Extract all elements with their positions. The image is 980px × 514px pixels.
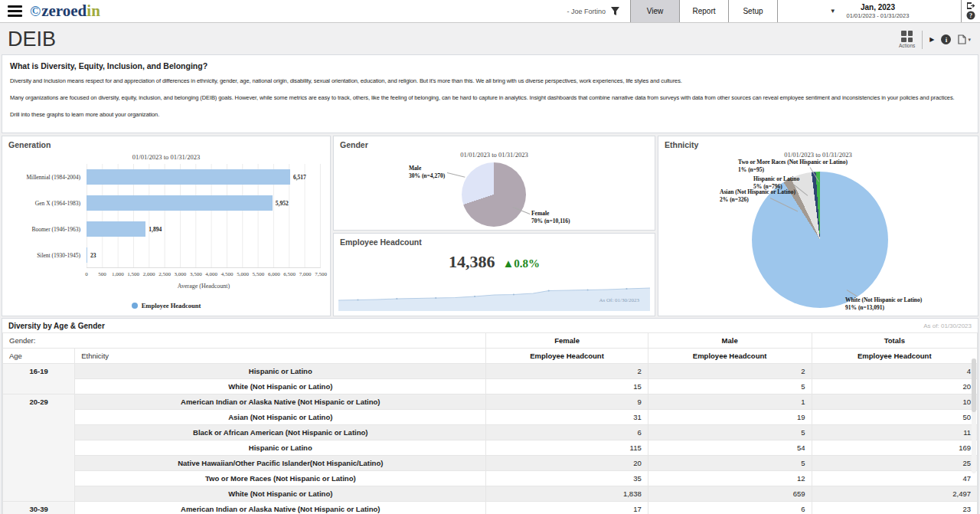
generation-category-labels: Millennial (1984-2004)Gen X (1964-1983)B… <box>7 164 85 268</box>
collapse-arrow-icon[interactable]: ▶ <box>929 36 934 43</box>
period-selector[interactable]: ▼ Jan, 2023 01/01/2023 - 01/31/2023 <box>778 0 962 22</box>
employee-headcount-card[interactable]: Employee Headcount 14,386▲0.8% As Of: 01… <box>333 233 655 316</box>
headcount-card-title: Employee Headcount <box>334 234 655 248</box>
generation-chart-card[interactable]: Generation 01/01/2023 to 01/31/2023 Mill… <box>2 136 331 316</box>
table-title: Diversity by Age & Gender <box>8 322 105 330</box>
ethnicity-column-header[interactable]: Ethnicity <box>75 349 486 364</box>
page-title: DEIB <box>8 28 56 51</box>
chevron-down-icon[interactable]: ▼ <box>830 8 836 15</box>
ethnicity-chart-title: Ethnicity <box>658 136 978 151</box>
table-row[interactable]: White (Not Hispanic or Latino)15520 <box>3 379 978 395</box>
axis-tick-label: 2,000 <box>143 271 155 277</box>
axis-tick-label: 1,500 <box>127 271 139 277</box>
table-row[interactable]: 16-19Hispanic or Latino224 <box>3 364 978 379</box>
ethnicity-cell: Two or More Races (Not Hispanic or Latin… <box>75 471 486 486</box>
user-name: - Joe Fortino <box>567 8 606 15</box>
zeroedin-logo[interactable]: ©zeroedin <box>30 3 100 19</box>
actions-button[interactable]: Actions <box>899 31 915 48</box>
diversity-table-body: 16-19Hispanic or Latino224White (Not His… <box>3 364 978 514</box>
menu-icon[interactable] <box>8 5 22 17</box>
nav-tabs: ViewReportSetup <box>631 0 778 22</box>
bar-row: 23 <box>87 242 321 268</box>
axis-tick-label: 3,000 <box>175 271 187 277</box>
female-headcount-header[interactable]: Employee Headcount <box>486 349 648 364</box>
table-row[interactable]: Two or More Races (Not Hispanic or Latin… <box>3 471 978 486</box>
gender-chart-title: Gender <box>334 136 655 151</box>
table-group-header-row: Gender: Female Male Totals <box>3 333 978 349</box>
table-row[interactable]: Native Hawaiian/Other Pacific Islander(N… <box>3 456 978 471</box>
tab-view[interactable]: View <box>630 0 680 22</box>
help-icon[interactable]: ? <box>966 11 975 20</box>
bar[interactable] <box>87 247 87 263</box>
intro-card: What is Diversity, Equity, Inclusion, an… <box>2 54 978 133</box>
headcount-as-of: As Of: 01/30/2023 <box>599 297 640 303</box>
diversity-table: Gender: Female Male Totals Age Ethnicity… <box>2 332 978 514</box>
intro-paragraph: Diversity and Inclusion means respect fo… <box>10 77 970 84</box>
logout-icon[interactable] <box>966 2 975 10</box>
gender-pie[interactable] <box>462 162 526 227</box>
female-headcount-cell: 9 <box>486 395 648 410</box>
axis-tick-label: 6,500 <box>283 271 296 277</box>
ethnicity-cell: Hispanic or Latino <box>75 440 486 456</box>
table-scrollbar-thumb[interactable] <box>972 358 976 412</box>
total-headcount-cell: 2,497 <box>812 486 977 502</box>
generation-chart-title: Generation <box>2 136 330 151</box>
generation-legend[interactable]: Employee Headcount <box>2 302 330 309</box>
table-row[interactable]: 20-29American Indian or Alaska Native (N… <box>3 395 978 410</box>
gender-chart-card[interactable]: Gender 01/01/2023 to 01/31/2023 Male 30%… <box>333 136 655 231</box>
female-headcount-cell: 35 <box>486 471 648 486</box>
axis-tick-label: 2,500 <box>158 271 171 277</box>
table-row[interactable]: White (Not Hispanic or Latino)1,8386592,… <box>3 486 978 502</box>
male-headcount-cell: 1 <box>648 395 812 410</box>
axis-tick-label: 5,000 <box>237 271 249 277</box>
gender-chart-subtitle: 01/01/2023 to 01/31/2023 <box>334 151 655 159</box>
female-headcount-cell: 115 <box>486 440 648 456</box>
female-headcount-cell: 2 <box>486 364 648 379</box>
ethnicity-cell: White (Not Hispanic or Latino) <box>75 379 486 395</box>
age-column-header[interactable]: Age <box>3 349 75 364</box>
table-row[interactable]: Hispanic or Latino11554169 <box>3 440 978 456</box>
legend-label: Employee Headcount <box>142 302 201 309</box>
age-group-cell: 16-19 <box>3 364 75 395</box>
svg-text:?: ? <box>969 12 972 19</box>
filter-icon[interactable] <box>610 6 620 16</box>
ethnicity-cell: Asian (Not Hispanic or Latino) <box>75 410 486 425</box>
bar-value-label: 5,952 <box>276 200 289 207</box>
total-headcount-cell: 47 <box>812 471 977 486</box>
column-group-female[interactable]: Female <box>486 333 648 349</box>
bar[interactable] <box>87 169 290 185</box>
info-icon[interactable]: i <box>941 34 951 44</box>
axis-tick-label: 7,500 <box>315 271 327 277</box>
diversity-table-card: Diversity by Age & Gender As of: 01/30/2… <box>2 318 978 514</box>
bar-value-label: 1,894 <box>149 226 162 233</box>
male-headcount-header[interactable]: Employee Headcount <box>648 349 812 364</box>
table-row[interactable]: Black or African American (Not Hispanic … <box>3 425 978 440</box>
tab-setup[interactable]: Setup <box>728 0 778 22</box>
male-headcount-cell: 6 <box>648 502 812 514</box>
male-headcount-cell: 659 <box>648 486 812 502</box>
generation-bars: 6,5175,9521,89423 <box>87 164 321 268</box>
headcount-delta: ▲0.8% <box>502 257 540 270</box>
ethnicity-asian-label: Asian (Not Hispanic or Latino) 2% (n=326… <box>720 188 795 204</box>
female-headcount-cell: 1,838 <box>486 486 648 502</box>
totals-headcount-header[interactable]: Employee Headcount <box>812 349 977 364</box>
generation-x-axis: 05001,0001,5002,0002,5003,0003,5004,0004… <box>87 271 321 279</box>
tab-report[interactable]: Report <box>679 0 729 22</box>
headcount-value: 14,386 <box>449 252 495 271</box>
generation-chart-subtitle: 01/01/2023 to 01/31/2023 <box>2 153 330 161</box>
export-button[interactable]: ▾ <box>958 34 971 44</box>
column-group-male[interactable]: Male <box>648 333 812 349</box>
bar-row: 5,952 <box>87 190 321 216</box>
column-group-totals[interactable]: Totals <box>812 333 977 349</box>
axis-tick-label: 500 <box>98 271 106 277</box>
axis-tick-label: 6,000 <box>268 271 280 277</box>
total-headcount-cell: 169 <box>812 440 977 456</box>
bar[interactable] <box>87 195 273 211</box>
ethnicity-chart-card[interactable]: Ethnicity 01/01/2023 to 01/31/2023 Two o… <box>658 136 978 316</box>
table-row[interactable]: 30-39American Indian or Alaska Native (N… <box>3 502 978 514</box>
bar[interactable] <box>87 221 145 237</box>
male-headcount-cell: 2 <box>648 364 812 379</box>
table-sub-header-row: Age Ethnicity Employee Headcount Employe… <box>3 349 978 364</box>
table-scrollbar[interactable] <box>972 358 976 473</box>
table-row[interactable]: Asian (Not Hispanic or Latino)311950 <box>3 410 978 425</box>
